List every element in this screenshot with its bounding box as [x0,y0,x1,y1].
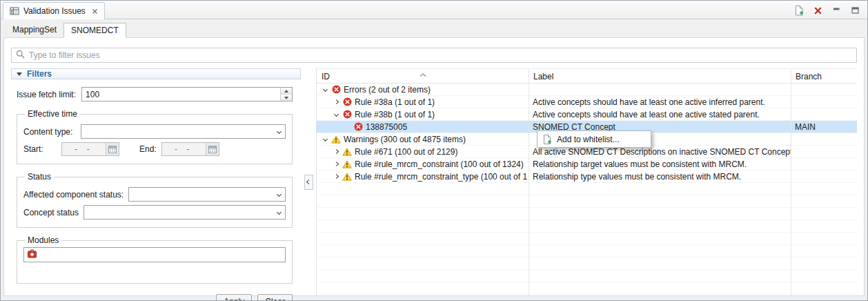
warning-icon [342,160,353,168]
panel-splitter[interactable] [301,68,316,295]
error-icon [353,122,364,131]
expand-node-icon[interactable] [331,150,342,153]
row-id-text: Rule #38a (1 out of 1) [355,97,435,107]
add-to-whitelist-icon [542,135,552,144]
table-row[interactable]: Rule #rule_mrcm_constraint (100 out of 1… [317,158,857,171]
start-date-field[interactable]: - - [61,142,119,156]
maximize-icon[interactable] [849,5,860,16]
expand-node-icon[interactable] [331,162,342,166]
table-row[interactable]: Rule #38b (1 out of 1)Active concepts sh… [317,108,857,121]
view-tab-validation-issues[interactable]: Validation Issues [3,2,105,19]
content-type-combo[interactable] [81,124,286,139]
row-id-text: Rule #38b (1 out of 1) [355,110,435,119]
remove-all-icon[interactable] [812,5,823,16]
filter-buttons-row: Apply Clear [11,294,293,301]
expand-node-icon[interactable] [331,175,342,178]
tab-snomedct[interactable]: SNOMEDCT [63,23,126,38]
issue-filter-field[interactable] [11,48,857,63]
column-divider[interactable] [529,69,529,295]
spinner-down-icon[interactable] [281,95,292,101]
main-area: Filters Issue fetch limit: 100 Effective… [4,68,864,295]
row-id-text: Errors (2 out of 2 items) [344,85,431,95]
empty-table-row [317,233,857,245]
table-row[interactable]: Rule #38a (1 out of 1)Active concepts sh… [317,96,857,108]
concept-status-label: Concept status [23,208,79,217]
filters-section-header[interactable]: Filters [11,68,301,79]
modules-legend: Modules [25,235,61,245]
validation-issues-icon [10,6,19,16]
editor-tab-bar: MappingSet SNOMEDCT [1,19,867,37]
end-calendar-icon[interactable] [206,143,219,155]
section-collapse-icon [17,72,22,76]
row-id-text: Rule #rule_mrcm_constraint (100 out of 1… [355,159,524,169]
filters-section-title: Filters [27,69,52,79]
new-whitelist-icon[interactable] [793,5,805,16]
row-branch-text [791,108,857,120]
table-row[interactable]: Errors (2 out of 2 items) [317,84,857,96]
status-legend: Status [25,172,54,182]
module-icon [28,249,37,260]
affected-component-status-label: Affected component status: [23,190,124,200]
row-label-text: Active concepts should have at least one… [529,108,791,120]
column-header-id[interactable]: ID [317,69,529,83]
effective-time-group: Effective time Content type: Start: - - [17,109,293,164]
validation-issues-window: Validation Issues MappingSet SNOMEDCT [0,0,868,301]
empty-table-row [317,208,857,220]
end-date-field[interactable]: - - [161,142,219,156]
row-id-text: Rule #671 (100 out of 2129) [355,147,457,157]
affected-component-status-combo[interactable] [128,187,286,202]
row-branch-text: MAIN [791,121,857,133]
row-branch-text [791,171,857,182]
view-tab-title: Validation Issues [23,6,86,16]
issue-fetch-limit-value[interactable]: 100 [82,88,280,101]
row-id-text: Rule #rule_mrcm_constraint_type (100 out… [355,172,527,182]
menu-item-add-to-whitelist[interactable]: Add to whitelist... [538,132,650,146]
column-divider[interactable] [791,69,791,295]
empty-table-row [317,220,857,233]
row-branch-text [791,133,857,145]
clear-button[interactable]: Clear [257,294,293,301]
effective-time-legend: Effective time [25,109,80,119]
content-area: Filters Issue fetch limit: 100 Effective… [3,37,865,296]
collapse-node-icon[interactable] [319,88,331,91]
chevron-down-icon [277,192,282,197]
close-tab-icon[interactable] [92,8,98,14]
status-group: Status Affected component status: Concep… [17,172,293,228]
error-icon [342,110,353,119]
minimize-icon[interactable] [831,5,842,16]
column-header-label[interactable]: Label [529,69,791,83]
expand-node-icon[interactable] [331,100,342,104]
empty-table-row [317,282,857,295]
view-toolbar [793,5,860,16]
modules-group: Modules [17,235,293,284]
issue-fetch-limit-spinner[interactable]: 100 [81,87,293,101]
end-date-value: - - [162,144,206,154]
chevron-down-icon [277,129,282,134]
column-header-branch[interactable]: Branch [791,69,857,83]
table-row[interactable]: Rule #rule_mrcm_constraint_type (100 out… [317,171,857,183]
collapse-left-panel-icon[interactable] [304,175,313,190]
issue-fetch-limit-row: Issue fetch limit: 100 [17,87,293,101]
search-input[interactable] [29,50,852,60]
spinner-buttons [280,88,292,101]
tab-mappingset[interactable]: MappingSet [6,22,63,37]
collapse-node-icon[interactable] [331,113,342,116]
tree-rows: Errors (2 out of 2 items)Rule #38a (1 ou… [317,84,857,295]
filter-row [4,38,864,68]
content-type-label: Content type: [23,127,76,137]
spinner-up-icon[interactable] [281,88,292,95]
row-branch-text [791,158,857,170]
row-branch-text [791,96,857,108]
empty-table-row [317,245,857,258]
start-calendar-icon[interactable] [106,143,119,155]
error-icon [342,97,353,106]
collapse-node-icon[interactable] [319,137,331,141]
warning-icon [331,135,342,144]
context-menu: Add to whitelist... [537,130,651,148]
apply-button[interactable]: Apply [216,294,252,301]
concept-status-combo[interactable] [83,205,286,220]
issues-table: ID Label Branch Errors (2 out of 2 items… [316,68,857,295]
row-branch-text [791,146,857,157]
modules-field[interactable] [23,247,286,262]
issue-fetch-limit-label: Issue fetch limit: [17,90,76,99]
